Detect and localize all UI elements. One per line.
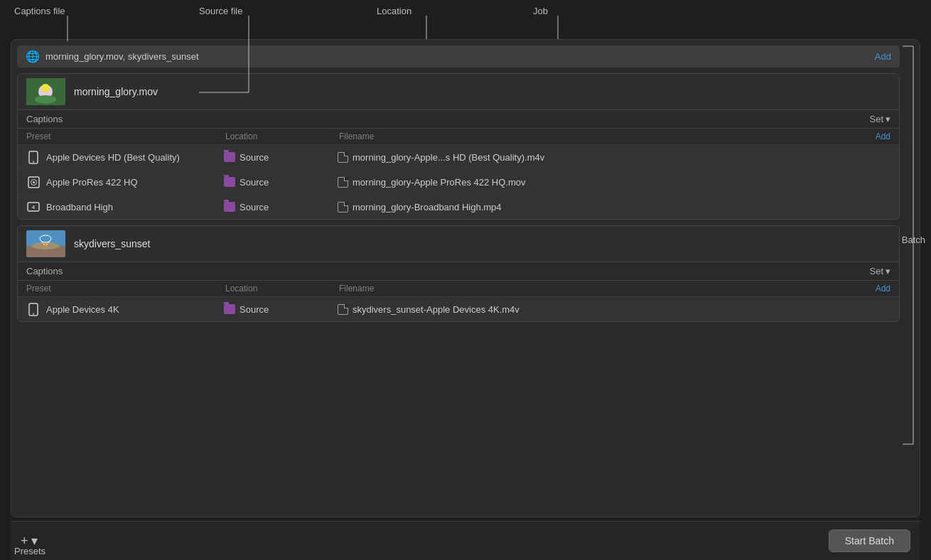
svg-rect-25 — [44, 244, 47, 246]
preset-icon-phone — [26, 150, 41, 164]
main-container: 🌐 morning_glory.mov, skydivers_sunset Ad… — [11, 39, 920, 517]
file1-col-location: Location — [225, 131, 339, 141]
source-file-label: Source file — [199, 6, 242, 16]
preset-row-broadband[interactable]: 4 Broadband High Source morning_glory-Br… — [18, 195, 899, 219]
preset2-filename: morning_glory-Apple ProRes 422 HQ.mov — [338, 177, 890, 188]
file-header-skydivers: skydivers_sunset — [18, 226, 899, 262]
file2-captions-header: Captions Set ▾ — [18, 262, 899, 281]
preset-icon-broadband: 4 — [26, 200, 41, 214]
folder-icon-4 — [224, 304, 235, 314]
file-header-morning-glory: morning_glory.mov — [18, 74, 899, 109]
preset3-name: Broadband High — [46, 202, 224, 212]
svg-point-27 — [33, 313, 34, 314]
output-file-icon-4 — [338, 304, 348, 315]
preset1-filename: morning_glory-Apple...s HD (Best Quality… — [338, 152, 890, 163]
preset-row-apple-4k[interactable]: Apple Devices 4K Source skydivers_sunset… — [18, 297, 899, 321]
presets-label: Presets — [14, 542, 45, 560]
file-group-morning-glory: morning_glory.mov Captions Set ▾ Preset … — [17, 73, 900, 220]
preset-row-prores[interactable]: Apple ProRes 422 HQ Source morning_glory… — [18, 170, 899, 195]
preset-icon-phone-4k — [26, 302, 41, 316]
summary-add-button[interactable]: Add — [875, 51, 891, 62]
preset3-filename: morning_glory-Broadband High.mp4 — [338, 202, 890, 212]
svg-point-16 — [33, 181, 35, 183]
job-label: Job — [533, 6, 548, 16]
captions-file-label: Captions file — [14, 6, 65, 16]
preset3-location: Source — [224, 202, 338, 212]
preset4-filename: skydivers_sunset-Apple Devices 4K.m4v — [338, 304, 890, 315]
folder-icon-3 — [224, 202, 235, 212]
svg-point-11 — [35, 95, 56, 104]
output-file-icon-2 — [338, 177, 348, 188]
folder-icon-1 — [224, 152, 235, 162]
file-summary-row: 🌐 morning_glory.mov, skydivers_sunset Ad… — [17, 45, 900, 68]
file1-captions-title: Captions — [26, 114, 869, 124]
output-file-icon-1 — [338, 152, 348, 163]
preset1-name: Apple Devices HD (Best Quality) — [46, 152, 224, 163]
file2-col-preset: Preset — [26, 284, 225, 294]
file1-add-button[interactable]: Add — [876, 131, 890, 141]
svg-point-13 — [33, 161, 34, 162]
file-group-skydivers: skydivers_sunset Captions Set ▾ Preset L… — [17, 225, 900, 322]
preset1-location: Source — [224, 152, 338, 163]
file1-col-headers: Preset Location Filename Add — [18, 129, 899, 145]
file2-col-location: Location — [225, 284, 339, 294]
file1-name: morning_glory.mov — [74, 86, 158, 97]
file2-set-button[interactable]: Set ▾ — [869, 266, 890, 276]
preset2-location: Source — [224, 177, 338, 188]
file1-set-button[interactable]: Set ▾ — [869, 114, 890, 124]
preset2-name: Apple ProRes 422 HQ — [46, 177, 224, 188]
file1-col-filename: Filename — [339, 131, 876, 141]
output-file-icon-3 — [338, 202, 348, 212]
file2-captions-title: Captions — [26, 266, 869, 276]
file2-col-headers: Preset Location Filename Add — [18, 281, 899, 297]
batch-content[interactable]: 🌐 morning_glory.mov, skydivers_sunset Ad… — [11, 40, 905, 517]
file2-col-filename: Filename — [339, 284, 876, 294]
file1-col-preset: Preset — [26, 131, 225, 141]
folder-icon-2 — [224, 177, 235, 187]
globe-icon: 🌐 — [26, 50, 40, 63]
thumbnail-skydivers — [26, 230, 65, 257]
file2-add-button[interactable]: Add — [876, 284, 890, 294]
thumbnail-morning-glory — [26, 78, 65, 105]
bottom-toolbar: + ▾ Start Batch — [11, 521, 920, 560]
start-batch-button[interactable]: Start Batch — [829, 529, 910, 552]
svg-point-10 — [41, 84, 50, 92]
summary-files: morning_glory.mov, skydivers_sunset — [45, 51, 199, 62]
location-label: Location — [377, 6, 411, 16]
preset4-location: Source — [224, 304, 338, 315]
preset4-name: Apple Devices 4K — [46, 304, 224, 315]
svg-text:4: 4 — [32, 205, 35, 210]
batch-label: Batch — [902, 235, 925, 245]
file2-name: skydivers_sunset — [74, 238, 150, 249]
preset-icon-prores — [26, 175, 41, 189]
preset-row-apple-hd[interactable]: Apple Devices HD (Best Quality) Source m… — [18, 145, 899, 170]
file1-captions-header: Captions Set ▾ — [18, 109, 899, 129]
